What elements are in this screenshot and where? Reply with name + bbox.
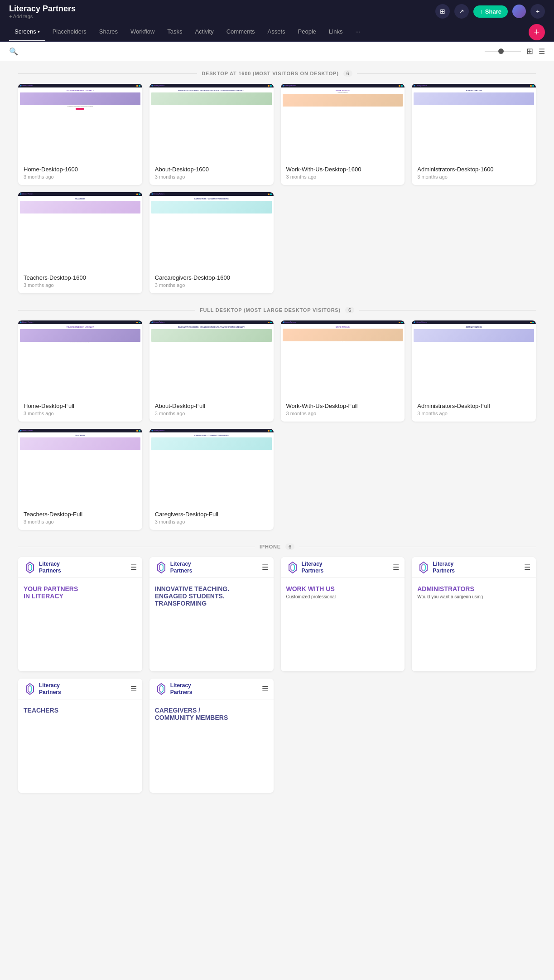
card-info-care-desktop-1600: Carcaregivers-Desktop-1600 3 months ago [149, 270, 274, 293]
thumb-care-desktop-full: 🔷 Literacy Partners CAREGIVERS / COMMUNI… [149, 429, 274, 506]
mobile-title-admin: ADMINISTRATORS [417, 585, 530, 592]
card-home-desktop-full[interactable]: 🔷 Literacy Partners YOUR PARTNERS IN LIT… [18, 320, 142, 422]
section-header-desktop-1600: DESKTOP AT 1600 (MOST VISITORS ON DESKTO… [18, 70, 536, 77]
add-tags[interactable]: + Add tags [9, 14, 76, 19]
mobile-header-home: LiteracyPartners ☰ [18, 557, 142, 578]
hamburger-icon6[interactable]: ☰ [262, 684, 268, 693]
nav-tasks[interactable]: Tasks [162, 23, 188, 41]
hamburger-icon2[interactable]: ☰ [262, 563, 268, 572]
search-icon[interactable]: 🔍 [9, 47, 18, 56]
card-home-mobile[interactable]: LiteracyPartners ☰ YOUR PARTNERSIN LITER… [18, 557, 142, 671]
nav-links[interactable]: Links [323, 23, 348, 41]
mobile-content-about: INNOVATIVE TEACHING.ENGAGED STUDENTS.TRA… [149, 578, 274, 671]
card-admin-desktop-1600[interactable]: 🔷 Literacy Partners ADMINISTRATORS Admin… [412, 84, 536, 185]
hamburger-icon3[interactable]: ☰ [393, 563, 399, 572]
literacy-logo-icon3 [286, 561, 299, 574]
thumb-about-desktop-full: 🔷 Literacy Partners INNOVATIVE TEACHING.… [149, 320, 274, 398]
section-line-left [18, 73, 197, 74]
card-about-desktop-1600[interactable]: 🔷 Literacy Partners INNOVATIVE TEACHING.… [149, 84, 274, 185]
card-name: About-Desktop-1600 [155, 166, 268, 173]
nav-shares[interactable]: Shares [94, 23, 123, 41]
card-work-mobile[interactable]: LiteracyPartners ☰ WORK WITH US Customiz… [281, 557, 405, 671]
nav-more[interactable]: ··· [350, 23, 366, 41]
mobile-logo-work: LiteracyPartners [286, 561, 324, 574]
mobile-title-work: WORK WITH US [286, 585, 400, 592]
card-time: 3 months ago [24, 411, 137, 416]
iphone-row2: LiteracyPartners ☰ TEACHERS Teachers-Mob… [18, 679, 536, 793]
mobile-header-admin: LiteracyPartners ☰ [412, 557, 536, 578]
card-name: Home-Desktop-1600 [24, 166, 137, 173]
nav-workflow[interactable]: Workflow [125, 23, 160, 41]
card-care-mobile[interactable]: LiteracyPartners ☰ CAREGIVERS /COMMUNITY… [149, 679, 274, 793]
card-time: 3 months ago [155, 282, 268, 288]
card-info-about-full: About-Desktop-Full 3 months ago [149, 398, 274, 422]
mobile-logo-text6: LiteracyPartners [170, 682, 193, 695]
section-line-left2 [18, 310, 195, 310]
card-name: Teachers-Desktop-1600 [24, 274, 137, 281]
mobile-logo-teacher: LiteracyPartners [24, 682, 61, 695]
card-teacher-desktop-full[interactable]: 🔷 Literacy Partners TEACHERS Teachers-De… [18, 429, 142, 530]
mobile-logo-text5: LiteracyPartners [39, 682, 61, 695]
mobile-subtitle-work: Customized professional [286, 594, 400, 599]
card-name: Administrators-Desktop-1600 [417, 166, 530, 173]
card-info-about-desktop-1600: About-Desktop-1600 3 months ago [149, 161, 274, 185]
card-info-admin-full: Administrators-Desktop-Full 3 months ago [412, 398, 536, 422]
section-title-desktop-1600: DESKTOP AT 1600 (MOST VISITORS ON DESKTO… [202, 71, 338, 76]
nav-activity[interactable]: Activity [190, 23, 219, 41]
share-button[interactable]: ↑ Share [473, 5, 508, 18]
card-care-desktop-1600[interactable]: 🔷 Literacy Partners CAREGIVERS / COMMUNI… [149, 192, 274, 293]
mobile-content-work: WORK WITH US Customized professional [281, 578, 405, 671]
mobile-logo-admin: LiteracyPartners [417, 561, 455, 574]
card-work-desktop-full[interactable]: 🔷 Literacy Partners WORK WITH US Do It N… [281, 320, 405, 422]
hamburger-icon[interactable]: ☰ [130, 563, 137, 572]
nav-placeholders[interactable]: Placeholders [47, 23, 92, 41]
card-about-desktop-full[interactable]: 🔷 Literacy Partners INNOVATIVE TEACHING.… [149, 320, 274, 422]
section-line-right [357, 73, 536, 74]
thumb-work-desktop-full: 🔷 Literacy Partners WORK WITH US Do It N… [281, 320, 405, 398]
nav-comments[interactable]: Comments [221, 23, 260, 41]
card-work-desktop-1600[interactable]: 🔷 Literacy Partners WORK WITH US Customi… [281, 84, 405, 185]
literacy-logo-icon5 [24, 683, 36, 695]
avatar[interactable] [512, 5, 526, 18]
thumb-work-desktop-1600: 🔷 Literacy Partners WORK WITH US Customi… [281, 84, 405, 161]
mobile-logo-text3: LiteracyPartners [302, 561, 324, 574]
mobile-title-teacher: TEACHERS [24, 707, 137, 714]
mobile-content-teacher: TEACHERS [18, 699, 142, 793]
card-info-care-full: Caregivers-Desktop-Full 3 months ago [149, 506, 274, 530]
share-icon-btn[interactable]: ↗ [454, 4, 469, 19]
add-member-btn[interactable]: + [530, 4, 545, 19]
card-care-desktop-full[interactable]: 🔷 Literacy Partners CAREGIVERS / COMMUNI… [149, 429, 274, 530]
card-name: Work-With-Us-Desktop-1600 [286, 166, 400, 173]
share-icon: ↑ [480, 8, 483, 15]
mobile-subtitle-admin: Would you want a surgeon using [417, 594, 530, 599]
view-controls: ⊞ ☰ [485, 46, 545, 56]
mobile-header-work: LiteracyPartners ☰ [281, 557, 405, 578]
card-info-work-desktop-1600: Work-With-Us-Desktop-1600 3 months ago [281, 161, 405, 185]
grid-icon-btn[interactable]: ⊞ [435, 4, 450, 19]
nav-screens[interactable]: Screens ▾ [9, 23, 45, 41]
list-view-btn[interactable]: ☰ [539, 47, 545, 56]
zoom-slider[interactable] [485, 51, 521, 52]
section-title-iphone: IPHONE [260, 544, 281, 549]
app-title: Literacy Partners [9, 4, 76, 14]
thumb-admin-desktop-full: 🔷 Literacy Partners ADMINISTRATORS [412, 320, 536, 398]
literacy-logo-icon [24, 561, 36, 574]
add-screen-btn[interactable]: + [529, 24, 545, 40]
card-teacher-desktop-1600[interactable]: 🔷 Literacy Partners TEACHERS Teachers-De… [18, 192, 142, 293]
grid-view-btn[interactable]: ⊞ [526, 46, 533, 56]
toolbar: 🔍 ⊞ ☰ [0, 42, 554, 61]
card-about-mobile[interactable]: LiteracyPartners ☰ INNOVATIVE TEACHING.E… [149, 557, 274, 671]
card-time: 3 months ago [155, 174, 268, 180]
card-home-desktop-1600[interactable]: 🔷 Literacy Partners YOUR PARTNERS IN LIT… [18, 84, 142, 185]
mobile-title-care: CAREGIVERS /COMMUNITY MEMBERS [155, 707, 268, 721]
card-admin-desktop-full[interactable]: 🔷 Literacy Partners ADMINISTRATORS Admin… [412, 320, 536, 422]
card-teacher-mobile[interactable]: LiteracyPartners ☰ TEACHERS Teachers-Mob… [18, 679, 142, 793]
card-info-work-full: Work-With-Us-Desktop-Full 3 months ago [281, 398, 405, 422]
card-admin-mobile[interactable]: LiteracyPartners ☰ ADMINISTRATORS Would … [412, 557, 536, 671]
section-line-left3 [18, 547, 255, 547]
hamburger-icon5[interactable]: ☰ [130, 684, 137, 693]
nav-people[interactable]: People [293, 23, 322, 41]
nav-assets[interactable]: Assets [262, 23, 291, 41]
hamburger-icon4[interactable]: ☰ [524, 563, 530, 572]
card-time: 3 months ago [286, 411, 400, 416]
